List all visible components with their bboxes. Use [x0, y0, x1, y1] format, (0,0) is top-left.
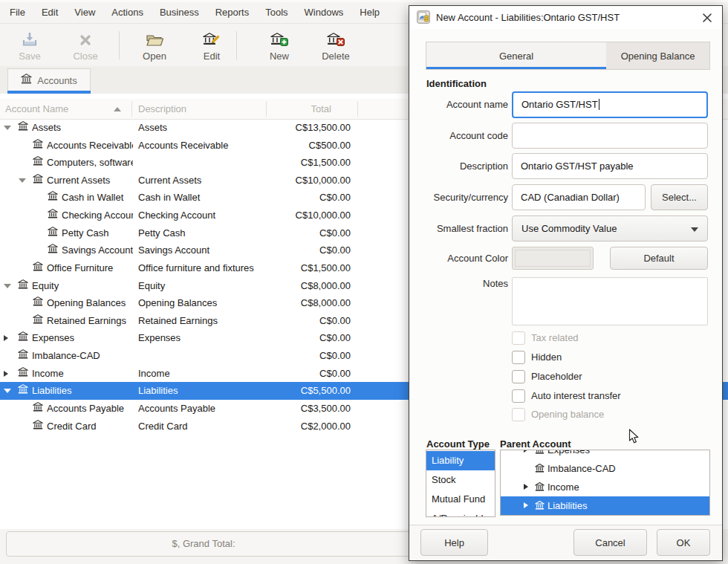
notes-textarea[interactable] [512, 277, 708, 325]
checkbox-box [512, 331, 525, 345]
column-separator[interactable] [131, 101, 132, 117]
expander-closed-icon[interactable] [4, 371, 8, 377]
select-currency-button[interactable]: Select... [651, 184, 708, 210]
account-type-list: LiabilityStockMutual FundA/Receivable [426, 450, 495, 517]
parent-account-expenses[interactable]: Expenses [501, 450, 709, 459]
parent-account-label: Expenses [547, 450, 590, 459]
total-cell: C$0.00 [223, 347, 351, 365]
parent-account-list: ExpensesImbalance-CADIncomeLiabilities [500, 450, 710, 516]
smallest-fraction-label: Smallest fraction [409, 223, 508, 234]
account-name-label: Account name [409, 99, 508, 110]
column-header-account-name[interactable]: Account Name [5, 99, 68, 119]
bank-icon [33, 259, 43, 277]
menu-business[interactable]: Business [152, 2, 207, 23]
menu-windows[interactable]: Windows [296, 2, 352, 23]
expander-closed-icon[interactable] [524, 484, 528, 490]
column-separator[interactable] [357, 101, 358, 117]
default-color-button[interactable]: Default [610, 247, 708, 270]
total-cell: C$0.00 [223, 224, 351, 242]
expander-closed-icon[interactable] [524, 450, 528, 453]
checkbox-label: Hidden [531, 351, 562, 363]
description-input[interactable]: Ontario GST/HST payable [512, 153, 708, 179]
tab-accounts[interactable]: Accounts [7, 68, 91, 91]
tab-accounts-label: Accounts [37, 75, 77, 86]
account-name-cell: Opening Balances [47, 294, 133, 312]
new-button[interactable]: New [255, 28, 304, 62]
account-name-cell: Imbalance-CAD [32, 347, 133, 365]
dialog-tab-strip: General Opening Balance [426, 42, 710, 70]
parent-account-label: Imbalance-CAD [547, 459, 616, 478]
save-button: Save [5, 28, 54, 62]
total-cell: C$0.00 [223, 242, 351, 259]
menu-actions[interactable]: Actions [103, 2, 152, 23]
checkbox-box[interactable] [512, 389, 525, 403]
parent-account-heading: Parent Account [500, 438, 571, 450]
total-cell: C$1,500.00 [223, 259, 351, 277]
expander-open-icon[interactable] [4, 284, 11, 288]
dialog-title: New Account - Liabilities:Ontario GST/HS… [436, 6, 620, 29]
total-cell: C$0.00 [223, 365, 351, 383]
tab-general[interactable]: General [426, 42, 606, 69]
menu-file[interactable]: File [1, 2, 33, 23]
help-button[interactable]: Help [420, 529, 488, 556]
account-type-option-liability[interactable]: Liability [426, 451, 495, 470]
edit-button[interactable]: Edit [187, 28, 236, 62]
gnucash-account-icon [417, 10, 430, 27]
expander-open-icon[interactable] [4, 126, 11, 130]
account-code-input[interactable] [512, 123, 708, 149]
parent-account-label: Liabilities [547, 496, 587, 515]
total-cell: C$3,500.00 [223, 400, 351, 418]
expander-open-icon[interactable] [4, 389, 11, 393]
total-cell: C$0.00 [223, 189, 351, 207]
parent-account-income[interactable]: Income [501, 478, 709, 496]
checkbox-box[interactable] [512, 351, 525, 364]
account-name-cell: Cash in Wallet [62, 189, 133, 207]
menu-view[interactable]: View [66, 2, 103, 23]
bank-icon [48, 242, 58, 259]
menu-edit[interactable]: Edit [33, 2, 66, 23]
bank-icon [48, 224, 58, 242]
cancel-button[interactable]: Cancel [573, 529, 647, 556]
account-color-swatch [512, 247, 594, 270]
parent-account-liabilities[interactable]: Liabilities [501, 496, 709, 515]
tab-opening-balance[interactable]: Opening Balance [606, 42, 709, 69]
account-name-cell: Savings Account [62, 242, 133, 259]
menu-reports[interactable]: Reports [207, 2, 258, 23]
bank-icon [33, 154, 43, 172]
text-caret [599, 99, 599, 110]
delete-button[interactable]: Delete [311, 28, 360, 62]
sort-ascending-icon [114, 107, 121, 111]
menu-tools[interactable]: Tools [257, 2, 296, 23]
security-currency-input[interactable]: CAD (Canadian Dollar) [512, 184, 646, 210]
menu-help[interactable]: Help [351, 2, 388, 23]
column-header-description[interactable]: Description [138, 99, 186, 119]
account-name-cell: Income [32, 365, 133, 383]
expander-closed-icon[interactable] [4, 335, 8, 341]
account-name-cell: Computers, software [47, 154, 133, 172]
expander-closed-icon[interactable] [524, 502, 528, 508]
checkbox-label: Placeholder [531, 370, 582, 383]
edit-account-icon [187, 28, 236, 48]
total-cell: C$10,000.00 [223, 207, 351, 224]
checkbox-box [512, 408, 525, 421]
account-name-cell: Accounts Receivable [47, 137, 133, 155]
parent-account-label: Income [547, 478, 579, 496]
description-label: Description [409, 161, 508, 172]
account-name-input[interactable]: Ontario GST/HST [512, 91, 708, 118]
ok-button[interactable]: OK [657, 529, 710, 556]
bank-icon [18, 277, 28, 295]
smallest-fraction-dropdown[interactable]: Use Commodity Value [512, 215, 708, 242]
chevron-down-icon [691, 227, 698, 232]
open-button[interactable]: Open [130, 28, 179, 62]
parent-account-imbalance-cad[interactable]: Imbalance-CAD [501, 459, 709, 478]
checkbox-box[interactable] [512, 370, 525, 383]
account-name-cell: Equity [32, 277, 133, 295]
close-icon[interactable] [701, 12, 713, 24]
column-header-total[interactable]: Total [266, 99, 331, 119]
expander-open-icon[interactable] [19, 178, 26, 183]
close-button: Close [61, 28, 110, 62]
account-type-option-stock[interactable]: Stock [426, 470, 495, 490]
account-type-option-mutual-fund[interactable]: Mutual Fund [426, 490, 495, 509]
account-type-option-a-receivable[interactable]: A/Receivable [426, 509, 495, 517]
bank-icon [18, 347, 28, 365]
